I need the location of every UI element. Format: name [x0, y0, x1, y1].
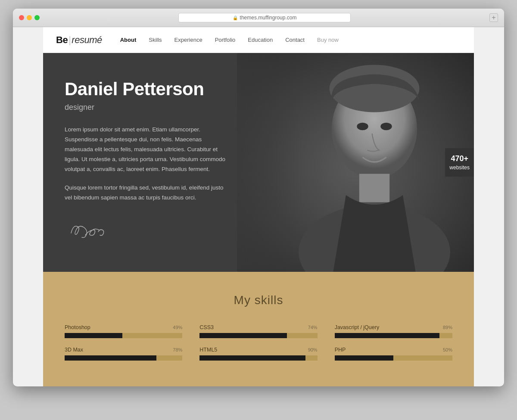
- skill-name: HTML5: [199, 347, 217, 353]
- skill-name: 3D Max: [65, 347, 83, 353]
- nav-item-contact[interactable]: Contact: [280, 33, 310, 47]
- skill-bar-fill: [199, 355, 305, 361]
- skill-bar-background: [199, 333, 317, 338]
- website-content: Be|resumé About Skills Experience Portfo…: [43, 27, 474, 386]
- hero-name: Daniel Petterson: [65, 79, 258, 100]
- minimize-button[interactable]: [27, 15, 32, 20]
- logo-divider: |: [69, 34, 71, 46]
- logo-be: Be: [56, 34, 68, 46]
- skill-bar-fill: [65, 355, 156, 361]
- skill-bar-fill: [335, 355, 394, 361]
- nav-item-experience[interactable]: Experience: [169, 33, 208, 47]
- nav-item-education[interactable]: Education: [243, 33, 278, 47]
- main-nav: Be|resumé About Skills Experience Portfo…: [43, 27, 474, 53]
- skill-header: Photoshop 49%: [65, 324, 182, 330]
- nav-item-skills[interactable]: Skills: [143, 33, 167, 47]
- skill-item: CSS3 74%: [199, 324, 317, 338]
- hero-content: Daniel Petterson designer Lorem ipsum do…: [43, 53, 280, 272]
- skill-percent: 49%: [173, 325, 182, 330]
- skills-title: My skills: [65, 293, 452, 307]
- hero-title: designer: [65, 103, 258, 112]
- browser-chrome: 🔒 themes.muffingroup.com +: [13, 9, 504, 27]
- skill-item: HTML5 90%: [199, 347, 317, 361]
- skill-item: PHP 50%: [335, 347, 452, 361]
- new-tab-button[interactable]: +: [489, 13, 498, 22]
- logo[interactable]: Be|resumé: [56, 34, 102, 46]
- skill-bar-background: [335, 333, 452, 338]
- skill-bar-fill: [335, 333, 439, 338]
- hero-bio-1: Lorem ipsum dolor sit amet enim. Etiam u…: [65, 125, 228, 174]
- skill-percent: 78%: [173, 347, 182, 352]
- traffic-lights: [19, 15, 40, 20]
- skill-header: Javascript / jQuery 89%: [335, 324, 452, 330]
- skill-bar-fill: [199, 333, 287, 338]
- nav-link-contact[interactable]: Contact: [280, 33, 310, 47]
- nav-links: About Skills Experience Portfolio Educat…: [115, 33, 344, 47]
- skill-item: 3D Max 78%: [65, 347, 182, 361]
- logo-resume: resumé: [72, 34, 102, 46]
- browser-window: 🔒 themes.muffingroup.com + Be|resumé Abo…: [13, 9, 504, 386]
- skill-bar-background: [199, 355, 317, 361]
- hero-bio-2: Quisque lorem tortor fringilla sed, vest…: [65, 183, 228, 203]
- skill-item: Photoshop 49%: [65, 324, 182, 338]
- skill-name: CSS3: [199, 324, 214, 330]
- websites-badge: 470+ websites: [445, 148, 474, 177]
- nav-link-skills[interactable]: Skills: [143, 33, 167, 47]
- skill-bar-background: [65, 355, 182, 361]
- skill-header: CSS3 74%: [199, 324, 317, 330]
- nav-item-about[interactable]: About: [115, 33, 142, 47]
- skill-header: PHP 50%: [335, 347, 452, 353]
- skill-name: Javascript / jQuery: [335, 324, 380, 330]
- badge-number: 470+: [449, 153, 470, 164]
- skill-name: PHP: [335, 347, 346, 353]
- url-text: themes.muffingroup.com: [240, 15, 297, 21]
- skill-percent: 90%: [308, 347, 318, 352]
- nav-link-portfolio[interactable]: Portfolio: [210, 33, 241, 47]
- nav-link-education[interactable]: Education: [243, 33, 278, 47]
- maximize-button[interactable]: [34, 15, 40, 20]
- skill-name: Photoshop: [65, 324, 90, 330]
- hero-signature: [65, 218, 258, 246]
- skill-bar-background: [335, 355, 452, 361]
- skills-grid: Photoshop 49% CSS3 74% Javascript / jQue…: [65, 324, 452, 361]
- address-bar: 🔒 themes.muffingroup.com: [44, 13, 485, 22]
- skill-header: HTML5 90%: [199, 347, 317, 353]
- skill-percent: 74%: [308, 325, 318, 330]
- close-button[interactable]: [19, 15, 24, 20]
- skill-header: 3D Max 78%: [65, 347, 182, 353]
- nav-link-about[interactable]: About: [115, 33, 142, 47]
- badge-label: websites: [449, 165, 470, 171]
- skill-bar-background: [65, 333, 182, 338]
- skills-section: My skills Photoshop 49% CSS3 74% Javascr…: [43, 272, 474, 386]
- skill-item: Javascript / jQuery 89%: [335, 324, 452, 338]
- nav-item-buynow[interactable]: Buy now: [312, 33, 344, 47]
- nav-link-experience[interactable]: Experience: [169, 33, 208, 47]
- skill-percent: 50%: [443, 347, 452, 352]
- lock-icon: 🔒: [233, 16, 238, 20]
- skill-bar-fill: [65, 333, 122, 338]
- skill-percent: 89%: [443, 325, 452, 330]
- hero-section: Daniel Petterson designer Lorem ipsum do…: [43, 53, 474, 272]
- nav-link-buynow[interactable]: Buy now: [312, 33, 344, 47]
- nav-item-portfolio[interactable]: Portfolio: [210, 33, 241, 47]
